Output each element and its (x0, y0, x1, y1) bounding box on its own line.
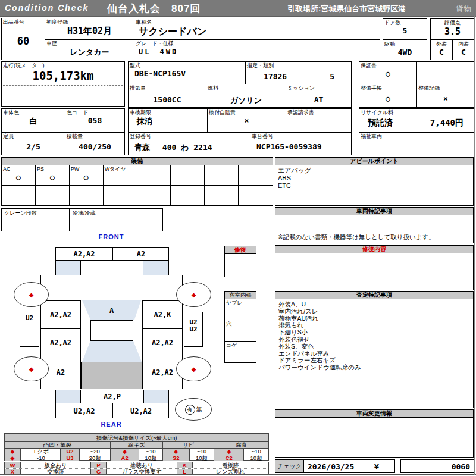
model-value: サクシードバン (134, 26, 380, 38)
rear-panel: A2,P (55, 390, 169, 403)
first-registration-value: H31年02月 (45, 26, 134, 37)
assessment-notes-body: 外装A、U 室内汚れ/スレ 荷物室AU汚れ 排気もれ 下廻りS小 外装色褪せ 外… (275, 299, 474, 408)
first-registration-label: 初度登録 (45, 18, 134, 26)
interior-trim-row-hole: 穴 (224, 320, 256, 342)
legend-text: ~10 (20, 455, 60, 461)
equipment-cell-ac: AC ○ (2, 165, 36, 186)
quarter-left-mark: A2 (57, 368, 65, 377)
code-letter: K (177, 462, 192, 468)
recycle-fee-value: 7,440円 (430, 118, 464, 129)
model-cell: 車種名 サクシードバン (134, 18, 380, 40)
check-date-box: 2026/03/25 ¥ (303, 459, 395, 473)
wheel-rear-right: ◆ (176, 356, 211, 381)
appeal-section-header: アピールポイント (275, 157, 474, 165)
panel-door-rear-right: A2,A2 (142, 328, 183, 356)
wheel-rear-left: ◆ (14, 356, 49, 381)
interior-burn-label: コゲ (225, 342, 256, 349)
equipment-pw-label: PW (70, 165, 103, 173)
displacement-label: 排気量 (129, 84, 206, 92)
door-front-right-mark: A2,K (154, 311, 171, 319)
interior-trim-row-burn: コゲ (224, 341, 256, 363)
code-row: W 板金あり P 塗装あり K 看板跡 (5, 462, 268, 469)
windshield-mark: A (109, 306, 114, 315)
maintenance-record-cell: 整備記録 × (416, 84, 475, 108)
class-value-2: 5 (330, 72, 334, 81)
assessment-notes-header: 査定特記事項 (275, 291, 474, 299)
special-note-text: ※記載のない書類・機器等は無しとして取り扱います。 (278, 233, 435, 242)
mileage-value: 105,173km (2, 69, 124, 82)
legend-group-corrosion: 腐食 (214, 442, 268, 448)
capacity-cell: 定員 2/5 (1, 132, 65, 155)
fuel-value: ガソリン (206, 95, 286, 106)
legend-text: ~10 (139, 449, 162, 455)
color-code-label: 色コード (65, 109, 124, 116)
category-badge: 貨物 (456, 4, 471, 14)
rear-bumper: U2,A2 U2,A2 (55, 403, 169, 418)
score-label: 評価点 (431, 19, 474, 26)
load-capacity-label: 積載量 (65, 133, 124, 140)
transmission-cell: ミッション AT (286, 84, 352, 108)
sill-right: U2 U2 (184, 312, 203, 347)
cargo-area (81, 362, 142, 389)
equipment-cell-empty (36, 186, 70, 205)
page-right-border (474, 16, 475, 475)
wheel-front-left: ◆ (14, 282, 49, 307)
pickup-location: 引取場所:宮城県仙台市宮城野区港 (287, 4, 406, 14)
rear-label: REAR (82, 421, 141, 428)
recycle-fee-label: リサイクル料 (359, 109, 474, 116)
availability-no: 無 (196, 405, 202, 414)
legend-text: ~10 (189, 449, 214, 455)
equipment-cell-empty (137, 165, 171, 186)
rear-window (82, 341, 142, 362)
code-letter: W (5, 462, 20, 468)
equipment-wtire-label: Wタイヤ (104, 165, 137, 173)
capacity-label: 定員 (2, 133, 65, 140)
legend-text: ~10 (243, 449, 268, 455)
code-desc: 塗装あり (106, 462, 176, 468)
assessment-item: 外装S、変色 (278, 343, 470, 350)
welfare-vehicle-label: 福祉車両 (359, 133, 474, 140)
drive-label: 駆動 (383, 40, 427, 48)
legend-symbol: ◆ (5, 455, 20, 461)
assessment-item: パワーウインドウ運転席のみ (278, 364, 470, 371)
equipment-ac-mark: ○ (2, 173, 35, 181)
equipment-cell-empty (70, 186, 104, 205)
first-registration-cell: 初度登録 H31年02月 (45, 18, 134, 40)
legend-symbol: ◆ (214, 449, 243, 455)
lot-number-value: 60 (2, 35, 45, 47)
welfare-vehicle-cell: 福祉車両 (359, 132, 475, 155)
legend-text: 10超 (139, 455, 162, 461)
door-rear-left-mark: A2,A2 (50, 339, 71, 347)
appeal-section-body: エアバッグ ABS ETC (275, 165, 474, 206)
special-notes-body: ※記載のない書類・機器等は無しとして取り扱います。 (275, 215, 474, 243)
front-bumper-left-mark: A2,A2 (56, 250, 112, 258)
rear-panel-mark: A2,P (56, 393, 168, 401)
equipment-cell-empty (171, 165, 205, 186)
crane-label: クレーン段数 (3, 209, 38, 217)
score-value: 3.5 (431, 26, 474, 37)
equipment-cell-empty (171, 186, 205, 205)
approval-request-label: 承認請求書 (286, 109, 351, 116)
warranty-cell: 保証書 ○ (359, 61, 417, 84)
maintenance-book-cell: 整備手帳 ○ (359, 84, 417, 108)
exterior-grade-label: 外装 (431, 40, 452, 48)
interior-grade-label: 内装 (453, 40, 474, 48)
divider (69, 209, 70, 231)
transmission-value: AT (286, 95, 351, 104)
fuel-cell: 燃料 ガソリン (206, 84, 286, 108)
color-code-value: 058 (65, 116, 124, 125)
equipment-cell-ps: PS ○ (36, 165, 70, 186)
legend-title: 損傷記号&損傷サイズ(~最大cm) (5, 434, 268, 442)
roof-panel (90, 320, 133, 341)
legend-symbol: ◆ (162, 449, 189, 455)
equipment-ps-label: PS (36, 165, 69, 173)
equipment-cell-wtire: Wタイヤ (104, 165, 137, 186)
equipment-section-header: 装備 (1, 157, 273, 165)
crane-fridge-box: クレーン段数 冷凍/冷蔵 (1, 208, 163, 231)
equipment-cell-empty (205, 165, 239, 186)
mileage-label: 走行(現メーター) (2, 62, 124, 69)
mileage-cell: 走行(現メーター) 105,173km (1, 61, 125, 107)
class-label: 指定・類別 (246, 62, 351, 69)
assessment-item: 荷物室AU汚れ (278, 315, 470, 322)
assessment-item: 外装色褪せ (278, 336, 470, 343)
